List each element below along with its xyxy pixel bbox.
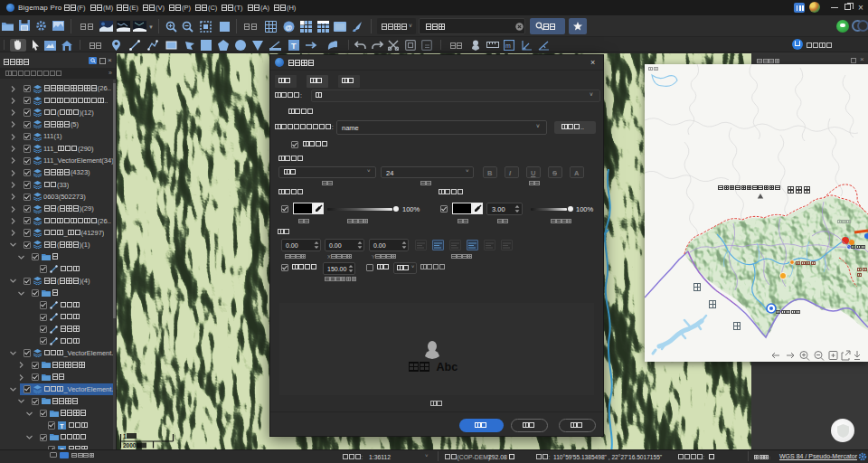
svg-text:2000: 2000 xyxy=(123,442,137,449)
svg-text:m: m xyxy=(505,43,511,49)
svg-text:T: T xyxy=(291,42,297,51)
svg-text:1: 1 xyxy=(123,433,127,439)
svg-text:T: T xyxy=(60,422,64,429)
svg-text:@: @ xyxy=(285,24,292,32)
